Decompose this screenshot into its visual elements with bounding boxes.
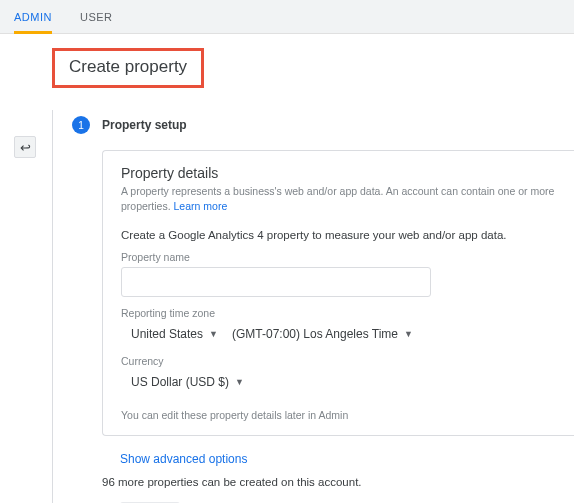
timezone-zone-select[interactable]: (GMT-07:00) Los Angeles Time ▼: [232, 323, 413, 345]
timezone-country-select[interactable]: United States ▼: [131, 323, 218, 345]
edit-later-note: You can edit these property details late…: [121, 409, 556, 421]
tab-user[interactable]: USER: [80, 0, 113, 34]
page-body: ↩ 1 Property setup Property details A pr…: [0, 116, 574, 503]
tab-bar: ADMIN USER: [0, 0, 574, 34]
property-details-card: Property details A property represents a…: [102, 150, 574, 436]
page-heading: Create property: [69, 57, 187, 77]
step-connector-line: [52, 110, 53, 503]
property-name-input[interactable]: [121, 267, 431, 297]
currency-row: US Dollar (USD $) ▼: [131, 371, 556, 393]
timezone-country-value: United States: [131, 327, 203, 341]
tab-admin[interactable]: ADMIN: [14, 0, 52, 34]
learn-more-link[interactable]: Learn more: [174, 200, 228, 212]
currency-value: US Dollar (USD $): [131, 375, 229, 389]
chevron-down-icon: ▼: [235, 377, 244, 387]
timezone-zone-value: (GMT-07:00) Los Angeles Time: [232, 327, 398, 341]
timezone-label: Reporting time zone: [121, 307, 556, 319]
card-title: Property details: [121, 165, 556, 181]
show-advanced-options-link[interactable]: Show advanced options: [120, 452, 574, 466]
currency-label: Currency: [121, 355, 556, 367]
step-number-badge: 1: [72, 116, 90, 134]
chevron-down-icon: ▼: [209, 329, 218, 339]
back-button[interactable]: ↩: [14, 136, 36, 158]
step-title: Property setup: [102, 118, 187, 132]
timezone-row: United States ▼ (GMT-07:00) Los Angeles …: [131, 323, 556, 345]
back-arrow-icon: ↩: [20, 140, 31, 155]
page-heading-highlight: Create property: [52, 48, 204, 88]
property-name-label: Property name: [121, 251, 556, 263]
step-header: 1 Property setup: [72, 116, 574, 134]
card-description: A property represents a business's web a…: [121, 184, 556, 213]
currency-select[interactable]: US Dollar (USD $) ▼: [131, 371, 244, 393]
card-subheading: Create a Google Analytics 4 property to …: [121, 229, 556, 241]
chevron-down-icon: ▼: [404, 329, 413, 339]
property-quota-text: 96 more properties can be created on thi…: [102, 476, 574, 488]
